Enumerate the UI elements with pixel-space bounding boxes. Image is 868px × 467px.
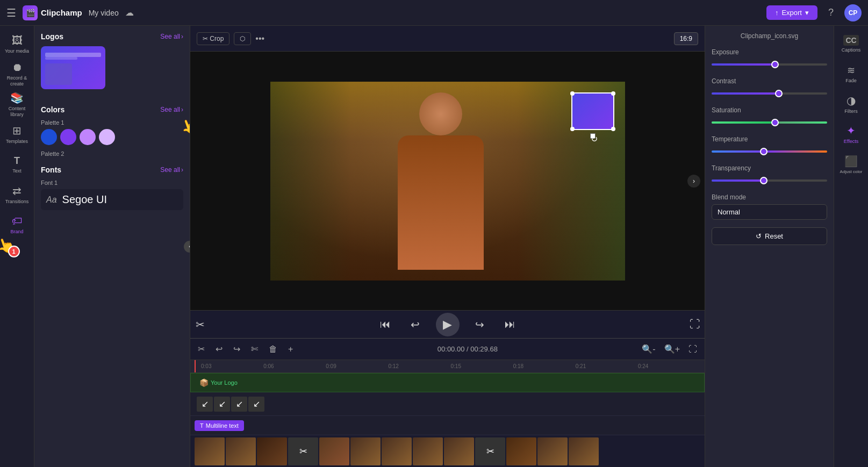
transparency-track bbox=[712, 179, 827, 182]
fade-label: Fade bbox=[845, 78, 857, 84]
sidebar-item-label: Text bbox=[12, 168, 21, 174]
video-thumb-8 bbox=[413, 437, 443, 465]
exposure-label: Exposure bbox=[712, 48, 827, 56]
hamburger-icon[interactable]: ☰ bbox=[6, 6, 16, 19]
timeline-redo-btn[interactable]: ↪ bbox=[230, 342, 243, 356]
center-area: ✂ Crop ⬡ ••• 16:9 bbox=[190, 26, 705, 467]
logo-card[interactable] bbox=[41, 46, 105, 89]
main-layout: 🖼 Your media ⏺ Record &create 📚 Content … bbox=[0, 26, 868, 467]
sidebar-item-brand[interactable]: 🏷 Brand 👆 1 bbox=[2, 211, 32, 239]
font-preview[interactable]: Aa Segoe UI bbox=[41, 189, 183, 210]
canvas-more-btn[interactable]: ••• bbox=[255, 34, 264, 44]
resize-handle-bl[interactable] bbox=[570, 127, 575, 131]
rotate-handle[interactable]: ↻ bbox=[590, 133, 596, 139]
templates-icon: ⊞ bbox=[12, 124, 21, 137]
video-thumb-5 bbox=[319, 437, 349, 465]
add-to-timeline-btn[interactable]: ✂ bbox=[190, 315, 210, 334]
exposure-slider[interactable] bbox=[712, 59, 827, 70]
contrast-slider[interactable] bbox=[712, 88, 827, 99]
timeline-cut-btn[interactable]: ✄ bbox=[248, 342, 261, 356]
video-track[interactable]: ✂ ✂ bbox=[190, 435, 705, 467]
sidebar-item-captions[interactable]: CC Captions bbox=[836, 30, 866, 58]
panel-collapse-button[interactable]: ‹ bbox=[184, 241, 190, 253]
transparency-section: Transparency 👆 3 bbox=[712, 164, 827, 186]
color-swatch-blue[interactable] bbox=[41, 129, 57, 145]
anim-thumb-1: ↙ bbox=[197, 397, 213, 412]
zoom-in-btn[interactable]: 🔍+ bbox=[661, 342, 683, 356]
video-canvas: ↻ › bbox=[190, 52, 705, 310]
blend-mode-select[interactable]: Normal Multiply Screen Overlay Darken Li… bbox=[712, 204, 827, 220]
app-logo: 🎬 Clipchamp bbox=[23, 5, 82, 20]
exposure-thumb[interactable] bbox=[771, 61, 779, 68]
sidebar-item-fade[interactable]: ≋ Fade bbox=[836, 60, 866, 88]
logo-track[interactable]: 📦 Your Logo bbox=[190, 373, 705, 392]
timeline-expand-btn[interactable]: ⛶ bbox=[685, 342, 700, 356]
palette1-label: Palette 1 bbox=[41, 119, 183, 126]
colors-see-all[interactable]: See all › bbox=[160, 106, 183, 113]
sidebar-item-effects[interactable]: ✦ Effects bbox=[836, 120, 866, 148]
fonts-see-all[interactable]: See all › bbox=[160, 166, 183, 174]
resize-handle-br[interactable] bbox=[611, 127, 615, 131]
saturation-thumb[interactable] bbox=[771, 119, 779, 126]
zoom-out-btn[interactable]: 🔍- bbox=[639, 342, 658, 356]
temperature-thumb[interactable] bbox=[760, 148, 767, 155]
resize-handle-tr[interactable] bbox=[611, 91, 615, 96]
anim-thumb-4: ↙ bbox=[248, 397, 264, 412]
fonts-section: Fonts See all › Font 1 Aa Segoe UI bbox=[41, 166, 183, 210]
logo-card-decoration bbox=[45, 53, 101, 57]
reset-button[interactable]: ↺ Reset bbox=[712, 227, 827, 245]
animation-track[interactable]: ↙ ↙ ↙ ↙ bbox=[190, 392, 705, 416]
resize-handle-tl[interactable] bbox=[570, 91, 575, 96]
timeline-add-btn[interactable]: + bbox=[285, 342, 296, 356]
sidebar-item-adjust-color[interactable]: ⬛ Adjust color bbox=[836, 150, 866, 178]
sidebar-item-transitions[interactable]: ⇄ Transitions bbox=[2, 181, 32, 209]
sidebar-item-your-media[interactable]: 🖼 Your media bbox=[2, 30, 32, 58]
saturation-track bbox=[712, 121, 827, 124]
canvas-enhance-btn[interactable]: ⬡ bbox=[234, 32, 251, 45]
app-name: Clipchamp bbox=[41, 8, 82, 17]
color-swatch-lavender[interactable] bbox=[80, 129, 96, 145]
transparency-slider[interactable]: 👆 3 bbox=[712, 175, 827, 186]
saturation-slider[interactable] bbox=[712, 117, 827, 128]
sidebar-item-text[interactable]: T Text bbox=[2, 150, 32, 178]
transparency-label: Transparency bbox=[712, 164, 827, 172]
captions-icon: CC bbox=[843, 35, 858, 46]
contrast-thumb[interactable] bbox=[775, 90, 783, 97]
logos-see-all[interactable]: See all › bbox=[160, 33, 183, 40]
user-avatar[interactable]: CP bbox=[844, 4, 862, 21]
fullscreen-btn[interactable]: ⛶ bbox=[685, 315, 705, 334]
canvas-expand-arrow[interactable]: › bbox=[687, 175, 700, 188]
rewind-btn[interactable]: ⏮ bbox=[376, 315, 395, 334]
video-title[interactable]: My video bbox=[89, 9, 119, 17]
contrast-fill bbox=[712, 92, 779, 95]
canvas-logo-overlay[interactable]: ↻ bbox=[571, 92, 614, 130]
sidebar-item-filters[interactable]: ◑ Filters bbox=[836, 90, 866, 118]
color-swatch-light-purple[interactable] bbox=[99, 129, 115, 145]
timeline-delete-btn[interactable]: 🗑 bbox=[266, 342, 281, 356]
sidebar-item-content-library[interactable]: 📚 Content library bbox=[2, 90, 32, 118]
sidebar-item-templates[interactable]: ⊞ Templates bbox=[2, 120, 32, 148]
export-icon: ↑ bbox=[775, 9, 779, 17]
text-track[interactable]: T Multiline text bbox=[190, 416, 705, 435]
sidebar-item-record-create[interactable]: ⏺ Record &create bbox=[2, 60, 32, 88]
back5-btn[interactable]: ↩ bbox=[406, 315, 425, 334]
palette1-swatches: 👆 2 bbox=[41, 129, 183, 145]
timeline-tracks: 📦 Your Logo ↙ ↙ ↙ ↙ bbox=[190, 373, 705, 467]
see-all-chevron-icon: › bbox=[181, 166, 183, 174]
timeline-undo-btn[interactable]: ↩ bbox=[212, 342, 226, 356]
transparency-thumb[interactable] bbox=[760, 177, 767, 184]
skip-btn[interactable]: ⏭ bbox=[500, 315, 520, 334]
timeline-split-btn[interactable]: ✂ bbox=[195, 342, 208, 356]
temperature-slider[interactable] bbox=[712, 146, 827, 157]
forward5-btn[interactable]: ↪ bbox=[470, 315, 490, 334]
filters-label: Filters bbox=[844, 109, 858, 114]
ratio-button[interactable]: 16:9 bbox=[674, 32, 698, 45]
export-button[interactable]: ↑ Export ▾ bbox=[766, 5, 817, 20]
ruler-mark-024: 0:24 bbox=[638, 363, 700, 369]
video-thumb-split: ✂ bbox=[475, 437, 505, 465]
timeline-ruler: 0:03 0:06 0:09 0:12 0:15 0:18 0:21 0:24 bbox=[190, 360, 705, 373]
help-button[interactable]: ? bbox=[824, 5, 838, 20]
canvas-crop-btn[interactable]: ✂ Crop bbox=[197, 32, 229, 45]
color-swatch-purple[interactable] bbox=[60, 129, 76, 145]
play-pause-btn[interactable]: ▶ bbox=[436, 313, 460, 336]
